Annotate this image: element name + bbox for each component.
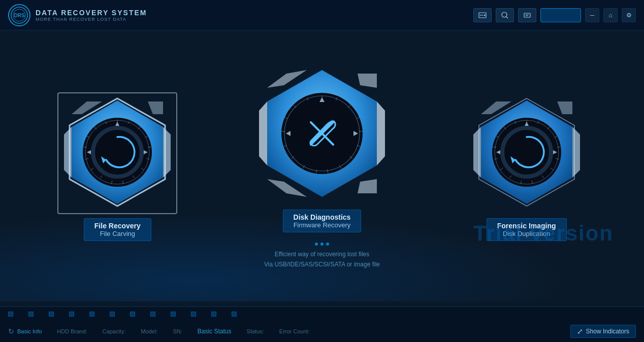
svg-marker-14 — [163, 127, 171, 178]
trial-version-text: Trial Version — [473, 221, 614, 246]
basic-status-item: Basic Status — [198, 328, 232, 335]
show-indicators-icon: ⤢ — [577, 327, 583, 335]
indicator-sq-9 — [171, 312, 176, 317]
error-count-label: Error Count: — [279, 328, 310, 334]
svg-marker-76 — [473, 127, 481, 178]
scan-btn[interactable] — [496, 8, 514, 22]
svg-marker-77 — [572, 127, 580, 178]
hexagon-forensic-imaging — [471, 96, 583, 208]
hex-container-forensic-imaging: Forensic Imaging Disk Duplication — [471, 96, 583, 241]
indicator-sq-10 — [191, 312, 196, 317]
indicator-sq-1 — [8, 312, 13, 317]
logo-icon: DRS — [8, 4, 30, 26]
svg-point-4 — [484, 14, 486, 16]
desc-line1: Efficient way of recovering lost files — [264, 250, 380, 259]
minimize-btn[interactable]: ─ — [585, 8, 599, 22]
status-bar: ↻ Basic Info HDD Brand: Capacity: Model:… — [0, 306, 644, 342]
indicator-sq-2 — [28, 312, 34, 317]
svg-point-0 — [11, 7, 27, 23]
app-subtitle: MORE THAN RECOVER LOST DATA — [36, 17, 147, 22]
drive-selector-btn[interactable] — [473, 8, 492, 22]
capacity-label: Capacity: — [103, 328, 126, 334]
hdd-brand-item: HDD Brand: — [57, 328, 87, 334]
hdd-brand-label: HDD Brand: — [57, 328, 87, 334]
hex-label-disk-diagnostics: Disk Diagnostics Firmware Recovery — [283, 210, 362, 232]
status-squares — [8, 312, 237, 317]
logo-area: DRS DATA RECOVERY SYSTEM MORE THAN RECOV… — [8, 4, 147, 26]
indicator-sq-6 — [110, 312, 115, 317]
indicator-sq-11 — [211, 312, 216, 317]
indicator-sq-7 — [130, 312, 135, 317]
center-area: Disk Diagnostics Firmware Recovery Effic… — [256, 67, 388, 269]
svg-marker-79 — [557, 101, 572, 114]
status-indicators-row — [0, 307, 644, 321]
dots-indicator — [264, 243, 380, 246]
show-indicators-label: Show Indicators — [586, 328, 629, 335]
hex-wrapper-file-recovery[interactable] — [61, 96, 173, 210]
hex-label-file-recovery: File Recovery File Carving — [84, 218, 151, 241]
capacity-item: Capacity: — [103, 328, 126, 334]
hexagon-disk-diagnostics — [256, 67, 388, 199]
svg-marker-13 — [64, 127, 72, 178]
hexagon-file-recovery — [61, 96, 173, 208]
dot-3 — [326, 243, 329, 246]
basic-info-item: ↻ Basic Info — [8, 327, 42, 335]
status-item: Status: — [247, 328, 264, 334]
svg-point-1 — [13, 9, 25, 21]
basic-status-label: Basic Status — [198, 328, 232, 335]
svg-text:DRS: DRS — [14, 13, 24, 18]
show-indicators-btn[interactable]: ⤢ Show Indicators — [570, 325, 636, 338]
logo-text: DATA RECOVERY SYSTEM MORE THAN RECOVER L… — [36, 9, 147, 22]
settings-btn[interactable]: ⚙ — [622, 8, 636, 22]
indicator-sq-5 — [89, 312, 94, 317]
tools-btn[interactable] — [518, 8, 536, 22]
svg-marker-47 — [358, 179, 377, 193]
dot-1 — [315, 243, 318, 246]
header: DRS DATA RECOVERY SYSTEM MORE THAN RECOV… — [0, 0, 644, 30]
basic-info-label: Basic Info — [17, 328, 42, 334]
error-count-item: Error Count: — [279, 328, 310, 334]
sn-item: SN: — [173, 328, 182, 334]
hex-wrapper-disk-diagnostics[interactable] — [256, 67, 388, 201]
svg-marker-42 — [259, 101, 267, 165]
desc-line2: Via USB/IDE/SAS/SCSI/SATA or image file — [264, 260, 380, 269]
svg-point-6 — [502, 12, 507, 17]
search-input[interactable] — [540, 8, 581, 22]
home-btn[interactable]: ⌂ — [603, 8, 618, 22]
status-label: Status: — [247, 328, 264, 334]
model-label: Model: — [141, 328, 157, 334]
indicator-sq-4 — [69, 312, 74, 317]
main-content: Trial Version — [0, 30, 644, 306]
svg-marker-43 — [377, 101, 385, 165]
drive-icon: ↻ — [8, 327, 14, 335]
indicator-sq-8 — [150, 312, 155, 317]
hex-container-disk-diagnostics: Disk Diagnostics Firmware Recovery — [256, 67, 388, 232]
svg-line-7 — [506, 17, 508, 18]
svg-marker-16 — [148, 101, 163, 114]
description-area: Efficient way of recovering lost files V… — [264, 243, 380, 269]
dot-2 — [320, 243, 324, 246]
indicator-sq-3 — [49, 312, 54, 317]
hex-wrapper-forensic-imaging[interactable] — [471, 96, 583, 210]
hex-container-file-recovery: File Recovery File Carving — [61, 96, 173, 241]
svg-rect-8 — [524, 13, 530, 17]
header-controls: ─ ⌂ ⚙ — [473, 8, 636, 22]
indicator-sq-12 — [232, 312, 237, 317]
sn-label: SN: — [173, 328, 182, 334]
svg-marker-45 — [358, 74, 377, 88]
model-item: Model: — [141, 328, 157, 334]
app-title: DATA RECOVERY SYSTEM — [36, 9, 147, 17]
status-info-row: ↻ Basic Info HDD Brand: Capacity: Model:… — [0, 321, 644, 342]
